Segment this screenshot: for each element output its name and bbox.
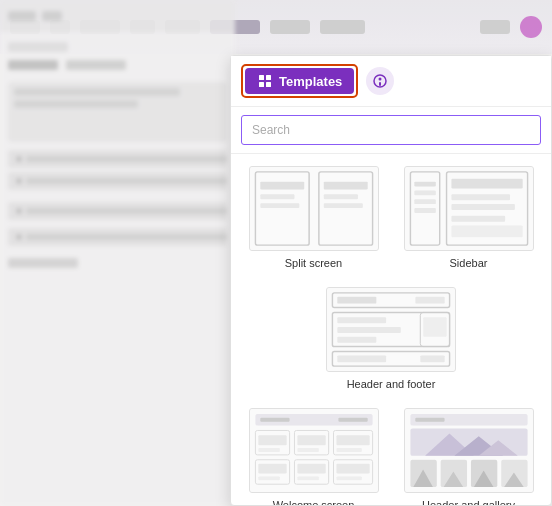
template-thumb-header-gallery: [404, 408, 534, 493]
svg-rect-51: [258, 435, 286, 445]
svg-rect-15: [323, 203, 362, 208]
template-label-header-gallery: Header and gallery: [422, 499, 515, 505]
svg-rect-56: [336, 448, 361, 452]
top-bar-item: [270, 20, 310, 34]
templates-row-3: Welcome screen: [241, 408, 541, 505]
svg-rect-27: [451, 226, 522, 238]
svg-rect-60: [297, 476, 318, 480]
top-bar-item: [480, 20, 510, 34]
svg-rect-7: [250, 167, 377, 250]
svg-rect-31: [415, 297, 444, 304]
svg-rect-52: [258, 448, 279, 452]
svg-rect-65: [415, 418, 444, 422]
svg-rect-37: [337, 355, 386, 362]
svg-rect-30: [337, 297, 376, 304]
svg-rect-54: [297, 448, 318, 452]
svg-rect-62: [336, 476, 361, 480]
svg-rect-10: [260, 182, 304, 190]
template-item-sidebar[interactable]: Sidebar: [396, 166, 541, 269]
svg-rect-38: [420, 355, 444, 362]
svg-rect-40: [423, 317, 446, 337]
svg-rect-21: [414, 199, 435, 204]
svg-rect-0: [259, 75, 264, 80]
templates-row-1: Split screen: [241, 166, 541, 269]
svg-rect-6: [379, 82, 381, 86]
svg-rect-58: [258, 476, 279, 480]
templates-grid: Split screen: [231, 154, 551, 505]
template-thumb-sidebar: [404, 166, 534, 251]
search-input[interactable]: [241, 115, 541, 145]
svg-rect-25: [451, 204, 514, 210]
svg-rect-23: [451, 179, 522, 189]
templates-tab-label: Templates: [279, 74, 342, 89]
templates-row-2: Header and footer: [241, 287, 541, 390]
template-item-welcome-screen[interactable]: Welcome screen: [241, 408, 386, 505]
templates-tab[interactable]: Templates: [245, 68, 354, 94]
template-thumb-header-footer: [326, 287, 456, 372]
svg-rect-3: [266, 82, 271, 87]
search-container: [231, 107, 551, 154]
svg-rect-57: [258, 464, 286, 474]
left-panel: [0, 0, 235, 506]
template-thumb-welcome-screen: [249, 408, 379, 493]
svg-rect-11: [260, 194, 294, 199]
templates-panel: Templates: [230, 55, 552, 506]
svg-rect-12: [260, 203, 299, 208]
template-label-split-screen: Split screen: [285, 257, 342, 269]
template-item-header-gallery[interactable]: Header and gallery: [396, 408, 541, 505]
svg-rect-19: [414, 182, 435, 187]
svg-rect-1: [266, 75, 271, 80]
templates-tab-wrapper: Templates: [241, 64, 358, 98]
template-thumb-split-screen: [249, 166, 379, 251]
svg-rect-59: [297, 464, 325, 474]
svg-rect-2: [259, 82, 264, 87]
second-tab[interactable]: [366, 67, 394, 95]
svg-rect-35: [337, 337, 376, 343]
template-item-split-screen[interactable]: Split screen: [241, 166, 386, 269]
svg-rect-13: [323, 182, 367, 190]
svg-rect-55: [336, 435, 369, 445]
template-item-header-footer[interactable]: Header and footer: [326, 287, 456, 390]
svg-rect-33: [337, 317, 386, 323]
templates-icon: [257, 73, 273, 89]
panel-topbar: Templates: [231, 56, 551, 107]
svg-point-5: [379, 78, 382, 81]
svg-rect-22: [414, 208, 435, 213]
svg-rect-24: [451, 194, 510, 200]
svg-rect-20: [414, 190, 435, 195]
svg-rect-43: [260, 418, 289, 422]
top-bar-item: [320, 20, 365, 34]
svg-rect-34: [337, 327, 400, 333]
template-label-welcome-screen: Welcome screen: [273, 499, 355, 505]
template-label-header-footer: Header and footer: [347, 378, 436, 390]
user-avatar: [520, 16, 542, 38]
svg-rect-26: [451, 216, 505, 222]
svg-rect-53: [297, 435, 325, 445]
svg-rect-14: [323, 194, 357, 199]
svg-rect-61: [336, 464, 369, 474]
template-label-sidebar: Sidebar: [450, 257, 488, 269]
svg-rect-44: [338, 418, 367, 422]
